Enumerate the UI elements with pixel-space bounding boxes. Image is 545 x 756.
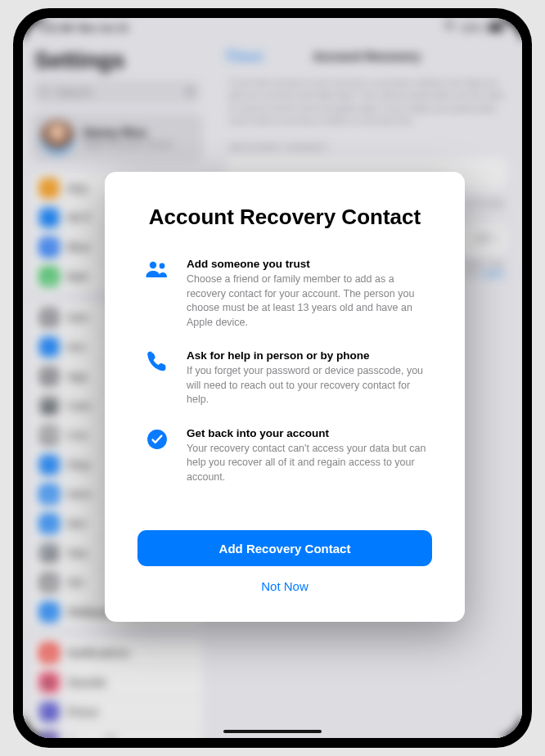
feature-row: Add someone you trust Choose a friend or…: [137, 258, 432, 330]
phone-icon: [142, 349, 172, 407]
svg-point-7: [150, 262, 156, 268]
checkmark-circle-icon: [142, 427, 172, 485]
account-recovery-modal: Account Recovery Contact Add someone you…: [105, 172, 465, 622]
feature-heading: Get back into your account: [187, 427, 427, 439]
people-icon: [142, 258, 172, 330]
feature-body: Choose a friend or family member to add …: [187, 272, 427, 330]
svg-point-8: [160, 263, 165, 269]
feature-row: Ask for help in person or by phone If yo…: [137, 349, 432, 407]
feature-heading: Add someone you trust: [187, 258, 427, 270]
screen: 9:41 AM Mon Jun 10 100% Settings: [23, 18, 522, 738]
modal-title: Account Recovery Contact: [137, 205, 432, 230]
feature-body: Your recovery contact can't access your …: [187, 442, 427, 485]
add-recovery-contact-button[interactable]: Add Recovery Contact: [137, 530, 432, 566]
feature-row: Get back into your account Your recovery…: [137, 427, 432, 485]
device-frame: 9:41 AM Mon Jun 10 100% Settings: [13, 8, 532, 748]
not-now-button[interactable]: Not Now: [137, 569, 432, 602]
feature-heading: Ask for help in person or by phone: [187, 349, 427, 362]
home-indicator[interactable]: [223, 730, 322, 733]
feature-body: If you forget your password or device pa…: [187, 364, 427, 407]
